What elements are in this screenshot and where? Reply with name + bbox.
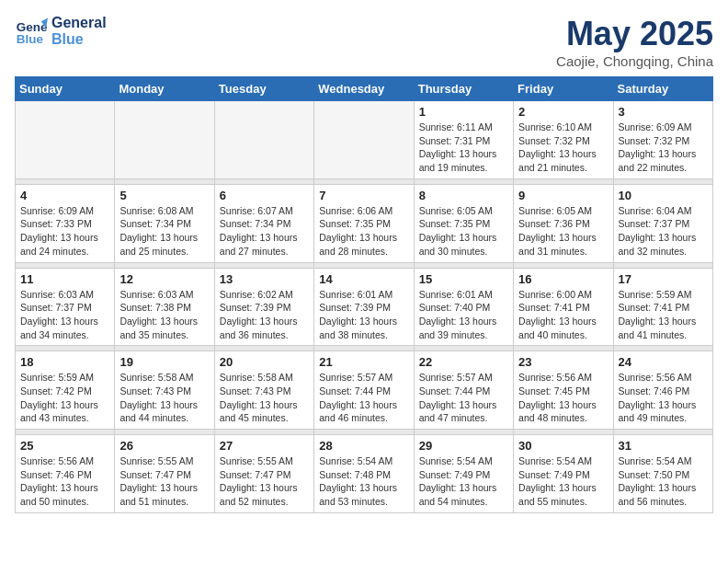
day-info: Sunrise: 5:56 AM Sunset: 7:46 PM Dayligh…: [619, 371, 708, 425]
day-number: 17: [619, 272, 708, 286]
weekday-header-sunday: Sunday: [16, 77, 115, 101]
day-number: 30: [518, 439, 608, 453]
day-number: 5: [119, 189, 209, 202]
day-cell: 22Sunrise: 5:57 AM Sunset: 7:44 PM Dayli…: [414, 351, 513, 430]
day-info: Sunrise: 5:57 AM Sunset: 7:44 PM Dayligh…: [319, 371, 408, 425]
week-row-5: 25Sunrise: 5:56 AM Sunset: 7:46 PM Dayli…: [16, 435, 713, 513]
day-info: Sunrise: 5:55 AM Sunset: 7:47 PM Dayligh…: [119, 454, 209, 509]
day-info: Sunrise: 6:03 AM Sunset: 7:38 PM Dayligh…: [119, 288, 209, 342]
weekday-header-wednesday: Wednesday: [314, 77, 414, 101]
day-cell: 8Sunrise: 6:05 AM Sunset: 7:35 PM Daylig…: [414, 184, 513, 262]
day-number: 7: [319, 189, 408, 202]
week-row-2: 4Sunrise: 6:09 AM Sunset: 7:33 PM Daylig…: [16, 184, 713, 262]
day-number: 6: [220, 189, 309, 202]
day-info: Sunrise: 5:58 AM Sunset: 7:43 PM Dayligh…: [119, 371, 209, 425]
day-info: Sunrise: 6:05 AM Sunset: 7:36 PM Dayligh…: [518, 204, 608, 259]
day-number: 29: [419, 439, 508, 453]
day-cell: 9Sunrise: 6:05 AM Sunset: 7:36 PM Daylig…: [514, 184, 613, 262]
weekday-header-tuesday: Tuesday: [214, 77, 313, 101]
day-cell: 24Sunrise: 5:56 AM Sunset: 7:46 PM Dayli…: [613, 351, 712, 430]
day-cell: [16, 101, 115, 179]
day-info: Sunrise: 6:09 AM Sunset: 7:32 PM Dayligh…: [619, 121, 708, 175]
day-info: Sunrise: 5:56 AM Sunset: 7:46 PM Dayligh…: [20, 454, 109, 509]
day-number: 19: [119, 355, 209, 369]
logo-general: General: [51, 15, 107, 31]
weekday-header-friday: Friday: [514, 77, 613, 101]
day-cell: 31Sunrise: 5:54 AM Sunset: 7:50 PM Dayli…: [613, 435, 712, 513]
day-info: Sunrise: 5:59 AM Sunset: 7:42 PM Dayligh…: [20, 371, 109, 425]
day-cell: 30Sunrise: 5:54 AM Sunset: 7:49 PM Dayli…: [514, 435, 613, 513]
day-cell: 4Sunrise: 6:09 AM Sunset: 7:33 PM Daylig…: [16, 184, 115, 262]
day-info: Sunrise: 6:06 AM Sunset: 7:35 PM Dayligh…: [319, 204, 408, 259]
week-row-1: 1Sunrise: 6:11 AM Sunset: 7:31 PM Daylig…: [16, 101, 713, 179]
day-cell: 28Sunrise: 5:54 AM Sunset: 7:48 PM Dayli…: [314, 435, 414, 513]
day-cell: 14Sunrise: 6:01 AM Sunset: 7:39 PM Dayli…: [314, 268, 414, 346]
day-cell: 7Sunrise: 6:06 AM Sunset: 7:35 PM Daylig…: [314, 184, 414, 262]
day-cell: 27Sunrise: 5:55 AM Sunset: 7:47 PM Dayli…: [214, 435, 313, 513]
weekday-header-monday: Monday: [115, 77, 214, 101]
day-info: Sunrise: 6:03 AM Sunset: 7:37 PM Dayligh…: [20, 288, 109, 342]
day-cell: 19Sunrise: 5:58 AM Sunset: 7:43 PM Dayli…: [115, 351, 214, 430]
day-cell: 25Sunrise: 5:56 AM Sunset: 7:46 PM Dayli…: [16, 435, 115, 513]
day-info: Sunrise: 6:11 AM Sunset: 7:31 PM Dayligh…: [419, 121, 508, 175]
day-cell: [214, 101, 313, 179]
day-number: 14: [319, 272, 408, 286]
day-info: Sunrise: 6:09 AM Sunset: 7:33 PM Dayligh…: [20, 204, 109, 259]
day-number: 22: [419, 355, 508, 369]
day-info: Sunrise: 5:57 AM Sunset: 7:44 PM Dayligh…: [419, 371, 508, 425]
weekday-header-row: SundayMondayTuesdayWednesdayThursdayFrid…: [16, 77, 713, 101]
weekday-header-thursday: Thursday: [414, 77, 513, 101]
day-info: Sunrise: 5:56 AM Sunset: 7:45 PM Dayligh…: [518, 371, 608, 425]
day-info: Sunrise: 6:04 AM Sunset: 7:37 PM Dayligh…: [619, 204, 708, 259]
day-number: 1: [419, 105, 508, 119]
day-info: Sunrise: 6:00 AM Sunset: 7:41 PM Dayligh…: [518, 288, 608, 342]
day-cell: 17Sunrise: 5:59 AM Sunset: 7:41 PM Dayli…: [613, 268, 712, 346]
day-number: 15: [419, 272, 508, 286]
day-info: Sunrise: 5:54 AM Sunset: 7:48 PM Dayligh…: [319, 454, 408, 509]
title-block: May 2025 Caojie, Chongqing, China: [556, 15, 713, 69]
day-info: Sunrise: 6:05 AM Sunset: 7:35 PM Dayligh…: [419, 204, 508, 259]
day-info: Sunrise: 5:59 AM Sunset: 7:41 PM Dayligh…: [619, 288, 708, 342]
logo: General Blue General Blue: [15, 15, 107, 48]
day-number: 13: [220, 272, 309, 286]
day-number: 21: [319, 355, 408, 369]
day-info: Sunrise: 5:54 AM Sunset: 7:50 PM Dayligh…: [619, 454, 708, 509]
day-number: 25: [20, 439, 109, 453]
day-number: 20: [220, 355, 309, 369]
day-number: 4: [20, 189, 109, 202]
day-info: Sunrise: 6:10 AM Sunset: 7:32 PM Dayligh…: [518, 121, 608, 175]
week-row-3: 11Sunrise: 6:03 AM Sunset: 7:37 PM Dayli…: [16, 268, 713, 346]
day-number: 23: [518, 355, 608, 369]
day-info: Sunrise: 5:55 AM Sunset: 7:47 PM Dayligh…: [220, 454, 309, 509]
day-cell: 12Sunrise: 6:03 AM Sunset: 7:38 PM Dayli…: [115, 268, 214, 346]
day-info: Sunrise: 5:54 AM Sunset: 7:49 PM Dayligh…: [518, 454, 608, 509]
day-number: 26: [119, 439, 209, 453]
day-cell: 3Sunrise: 6:09 AM Sunset: 7:32 PM Daylig…: [613, 101, 712, 179]
day-info: Sunrise: 6:01 AM Sunset: 7:40 PM Dayligh…: [419, 288, 508, 342]
logo-blue: Blue: [51, 31, 107, 48]
day-number: 18: [20, 355, 109, 369]
week-row-4: 18Sunrise: 5:59 AM Sunset: 7:42 PM Dayli…: [16, 351, 713, 430]
day-number: 24: [619, 355, 708, 369]
day-cell: 29Sunrise: 5:54 AM Sunset: 7:49 PM Dayli…: [414, 435, 513, 513]
day-number: 8: [419, 189, 508, 202]
day-info: Sunrise: 6:08 AM Sunset: 7:34 PM Dayligh…: [119, 204, 209, 259]
day-cell: 1Sunrise: 6:11 AM Sunset: 7:31 PM Daylig…: [414, 101, 513, 179]
day-cell: 10Sunrise: 6:04 AM Sunset: 7:37 PM Dayli…: [613, 184, 712, 262]
day-cell: 13Sunrise: 6:02 AM Sunset: 7:39 PM Dayli…: [214, 268, 313, 346]
day-cell: 16Sunrise: 6:00 AM Sunset: 7:41 PM Dayli…: [514, 268, 613, 346]
day-info: Sunrise: 5:54 AM Sunset: 7:49 PM Dayligh…: [419, 454, 508, 509]
day-info: Sunrise: 6:02 AM Sunset: 7:39 PM Dayligh…: [220, 288, 309, 342]
weekday-header-saturday: Saturday: [613, 77, 712, 101]
day-number: 31: [619, 439, 708, 453]
logo-icon: General Blue: [15, 15, 48, 48]
day-cell: 23Sunrise: 5:56 AM Sunset: 7:45 PM Dayli…: [514, 351, 613, 430]
day-number: 2: [518, 105, 608, 119]
day-number: 28: [319, 439, 408, 453]
day-cell: 5Sunrise: 6:08 AM Sunset: 7:34 PM Daylig…: [115, 184, 214, 262]
day-cell: 2Sunrise: 6:10 AM Sunset: 7:32 PM Daylig…: [514, 101, 613, 179]
day-info: Sunrise: 6:01 AM Sunset: 7:39 PM Dayligh…: [319, 288, 408, 342]
day-number: 11: [20, 272, 109, 286]
day-number: 10: [619, 189, 708, 202]
calendar-table: SundayMondayTuesdayWednesdayThursdayFrid…: [15, 76, 713, 513]
